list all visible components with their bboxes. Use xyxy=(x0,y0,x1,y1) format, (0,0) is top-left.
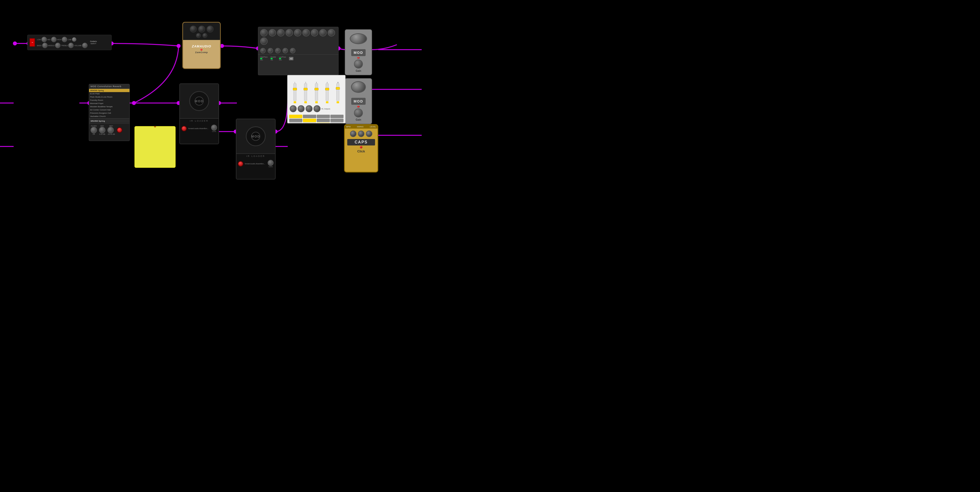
ir-gain-knob-2[interactable] xyxy=(267,160,274,166)
eq-knob-1[interactable] xyxy=(260,29,267,37)
pad-4[interactable] xyxy=(330,115,344,118)
preset-pluto[interactable]: Pluto Studio A Live Room xyxy=(89,95,129,99)
preset-art-center[interactable]: Art Center Concert Hall xyxy=(89,108,129,112)
ir-power-1[interactable] xyxy=(181,126,187,131)
pad-8[interactable] xyxy=(330,119,344,122)
pad-11[interactable] xyxy=(317,123,330,123)
preset-monmart[interactable]: Monmart Foyer xyxy=(89,102,129,105)
ch1-fader[interactable] xyxy=(293,83,296,101)
mid-knob[interactable] xyxy=(51,37,57,42)
dry-knob[interactable] xyxy=(99,127,105,133)
drum-knobs xyxy=(345,129,377,139)
ir-file-2[interactable]: forward.audio.AlsainBon... xyxy=(245,163,266,165)
pad-5[interactable] xyxy=(289,119,302,122)
bass-knob[interactable] xyxy=(42,43,48,48)
bpm-label: BPM xyxy=(346,126,350,128)
ir-power-2[interactable] xyxy=(238,161,243,166)
wet-value: -30.00 dB xyxy=(107,133,115,135)
ch4-fader[interactable] xyxy=(326,83,329,101)
drum-led xyxy=(360,146,363,149)
eq-knob-14[interactable] xyxy=(283,48,288,53)
ir-speaker-inner-1: MOD xyxy=(195,97,204,105)
preset-foundry[interactable]: Foundry Room xyxy=(89,99,129,102)
eq-knob-5[interactable] xyxy=(294,29,301,37)
ir-file-1[interactable]: forward.audio.AlsainBon... xyxy=(188,128,210,129)
eq-knob-9[interactable] xyxy=(328,29,335,37)
cab-label: CAB xyxy=(68,39,71,40)
ch2-label: 2 xyxy=(305,81,306,83)
master-fader[interactable] xyxy=(336,83,339,101)
preset-e140[interactable]: E140 Plate xyxy=(89,92,129,95)
eq-knob-7[interactable] xyxy=(311,29,318,37)
middle-knob[interactable] xyxy=(55,43,60,48)
swing-knob[interactable] xyxy=(358,131,364,137)
release-knob[interactable] xyxy=(198,26,205,32)
gain2-small-knob[interactable] xyxy=(354,109,363,117)
sticky-note[interactable] xyxy=(134,126,176,168)
ch4-label: 4 xyxy=(327,81,328,83)
dry-label: DRY xyxy=(99,125,105,127)
high-knob[interactable] xyxy=(62,37,67,42)
preset-vauhallan[interactable]: Vauhallan Church xyxy=(89,115,129,118)
highpass-off-label: OFF xyxy=(260,59,267,61)
ir-gain-knob-1[interactable] xyxy=(211,125,217,131)
knob4[interactable] xyxy=(196,33,201,38)
master-label: M xyxy=(337,81,339,83)
ch3-fader[interactable] xyxy=(315,83,318,101)
mixer-knob-2[interactable] xyxy=(298,105,305,112)
low-knob[interactable] xyxy=(41,37,47,42)
reverb-power-led xyxy=(117,127,122,133)
mixer-plugin: 1 2 3 4 M xyxy=(287,75,345,123)
ch2-fader[interactable] xyxy=(304,83,307,101)
high-label: HIGH xyxy=(57,39,62,40)
pad-7[interactable] xyxy=(317,119,330,122)
preset-sra500[interactable]: SRA500 Spring xyxy=(89,89,129,92)
knob5[interactable] xyxy=(202,33,207,38)
eq-knob-12[interactable] xyxy=(267,48,273,53)
ch3-label: 3 xyxy=(316,81,317,83)
eq-unit-plugin: HighPass OFF Enable ON LowPass OFF x2 xyxy=(258,27,339,75)
gain1-main-knob[interactable] xyxy=(350,33,367,44)
fader-ch3: 3 xyxy=(311,81,321,103)
pad-1[interactable] xyxy=(289,115,302,118)
preset-wooden[interactable]: Wooden Buddhist Temple xyxy=(89,105,129,108)
pad-2[interactable] xyxy=(303,115,316,118)
eq-knob-2[interactable] xyxy=(269,29,276,37)
fader-ch4: 4 xyxy=(322,81,332,103)
drum-level-knob[interactable] xyxy=(366,131,372,137)
pad-12[interactable] xyxy=(330,123,344,123)
eq-knob-6[interactable] xyxy=(302,29,310,37)
pad-grid xyxy=(288,114,345,123)
pad-10[interactable] xyxy=(303,123,316,123)
volume-knob[interactable] xyxy=(82,43,88,48)
pad-9[interactable] xyxy=(289,123,302,123)
treble-knob[interactable] xyxy=(68,43,74,48)
ir-loader-2-plugin: MOD IR LOADER forward.audio.AlsainBon...… xyxy=(236,119,275,179)
mixer-knob-3[interactable] xyxy=(305,105,313,112)
eq-knob-3[interactable] xyxy=(277,29,285,37)
eq-knob-10[interactable] xyxy=(260,37,267,45)
eq-knob-15[interactable] xyxy=(290,48,296,53)
wet-knob[interactable] xyxy=(107,127,114,133)
preamp-power-indicator: I xyxy=(30,38,35,47)
pad-6[interactable] xyxy=(303,119,316,122)
pad-3[interactable] xyxy=(317,115,330,118)
ir-speaker-1: MOD xyxy=(180,84,218,119)
mixer-knob-1[interactable] xyxy=(290,105,297,112)
bpm-knob[interactable] xyxy=(350,131,356,137)
attack-knob[interactable] xyxy=(190,26,197,32)
eq-knob-13[interactable] xyxy=(275,48,280,53)
gain2-main-knob[interactable] xyxy=(351,81,366,93)
sticky-content xyxy=(135,126,175,168)
filter-knob[interactable] xyxy=(91,127,97,133)
gain1-small-knob[interactable] xyxy=(354,59,363,69)
cab-knob[interactable] xyxy=(72,37,76,42)
eq-knob-4[interactable] xyxy=(285,29,293,37)
mixer-knob-4[interactable] xyxy=(313,105,320,112)
eq-knob-8[interactable] xyxy=(319,29,327,37)
guitarix-address: 0x6VT xyxy=(90,42,97,45)
ir-gain-label-1: GAIN xyxy=(212,131,216,132)
preset-prisoners[interactable]: Prisoners Dungeon Cell xyxy=(89,112,129,115)
ratio-knob[interactable] xyxy=(207,26,213,32)
eq-knob-11[interactable] xyxy=(260,48,266,53)
